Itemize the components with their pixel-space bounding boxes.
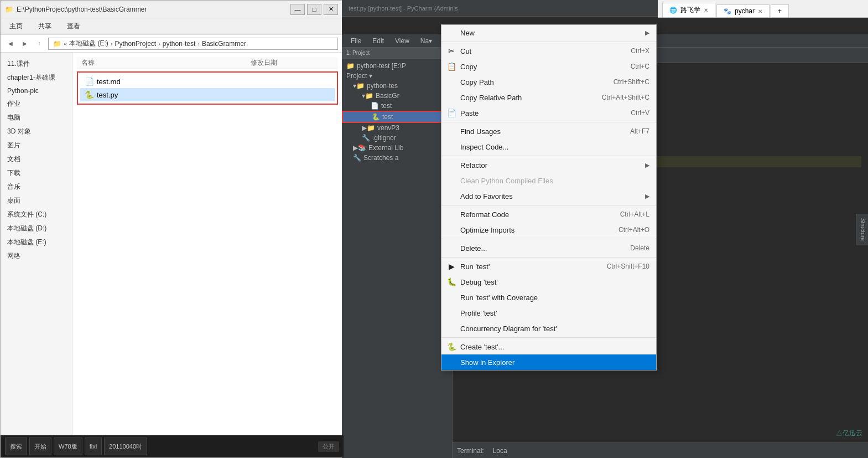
sidebar-item-12[interactable]: 本地磁盘 (D:) — [1, 222, 72, 235]
menu-nav[interactable]: Na▾ — [416, 36, 436, 46]
menu-item-find-usages[interactable]: Find UsagesAlt+F7 — [441, 123, 656, 139]
debug-test-icon: 🐛 — [446, 277, 457, 286]
menu-separator — [441, 156, 656, 156]
path-part-1: PythonProject — [115, 40, 156, 48]
create-test-icon: 🐍 — [446, 342, 457, 351]
browser-tab-add[interactable]: + — [771, 4, 789, 17]
tree-item-basicgr[interactable]: ▾📁 BasicGr — [342, 91, 452, 101]
menu-item-copy-relative-path[interactable]: Copy Relative PathCtrl+Alt+Shift+C — [441, 90, 656, 105]
browser-tabs-bar: 🌐 路飞学 ✕ 🐾 pychar ✕ + — [658, 0, 868, 18]
sidebar-item-6[interactable]: 图片 — [1, 138, 72, 152]
browser-tab-1[interactable]: 🐾 pychar ✕ — [716, 4, 770, 17]
menu-view[interactable]: View — [391, 36, 414, 46]
nav-back[interactable]: ◀ — [5, 38, 16, 49]
tree-item-scratches[interactable]: 🔧 Scratches a — [342, 153, 452, 163]
menu-file[interactable]: File — [346, 36, 366, 46]
menu-item-copy[interactable]: 📋CopyCtrl+C — [441, 59, 656, 74]
explorer-titlebar: 📁 E:\PythonProject\python-test\BasicGram… — [1, 1, 342, 18]
explorer-sidebar: 11.课件 chapter1-基础课 Python-pic 作业 电脑 3D 对… — [1, 53, 72, 444]
address-path[interactable]: 📁 « 本地磁盘 (E:) › PythonProject › python-t… — [48, 38, 338, 50]
tree-label-python-test: python-tes — [367, 82, 398, 90]
context-menu: New▶✂CutCtrl+X📋CopyCtrl+CCopy PathCtrl+S… — [441, 24, 657, 370]
menu-item-refactor[interactable]: Refactor▶ — [441, 157, 656, 173]
minimize-button[interactable]: — — [290, 4, 305, 15]
show-in-explorer-label: Show in Explorer — [460, 358, 649, 367]
menu-item-copy-path[interactable]: Copy PathCtrl+Shift+C — [441, 74, 656, 90]
tree-item-venvp3[interactable]: ▶📁 venvP3 — [342, 123, 452, 133]
tree-item-python-test[interactable]: ▾📁 python-tes — [342, 81, 452, 91]
close-button[interactable]: ✕ — [324, 4, 338, 15]
menu-item-concurrency[interactable]: Concurrency Diagram for 'test' — [441, 321, 656, 336]
menu-item-create-test[interactable]: 🐍Create 'test'... — [441, 339, 656, 354]
menu-item-cut[interactable]: ✂CutCtrl+X — [441, 43, 656, 59]
structure-tab[interactable]: Structure — [856, 214, 868, 245]
sidebar-item-4[interactable]: 电脑 — [1, 111, 72, 125]
file-name-0: test.md — [97, 78, 121, 86]
taskbar-item-0[interactable]: 搜索 — [5, 438, 27, 455]
ribbon-tab-view[interactable]: 查看 — [65, 20, 82, 32]
tree-label-basicgr: BasicGr — [376, 92, 399, 100]
menu-item-debug-test[interactable]: 🐛Debug 'test' — [441, 274, 656, 290]
nav-forward[interactable]: ▶ — [19, 38, 30, 49]
taskbar-label-2: W78版 — [59, 442, 77, 451]
menu-item-run-test[interactable]: ▶Run 'test'Ctrl+Shift+F10 — [441, 259, 656, 274]
menu-item-new[interactable]: New▶ — [441, 25, 656, 40]
sidebar-item-14[interactable]: 网络 — [1, 249, 72, 263]
menu-item-reformat-code[interactable]: Reformat CodeCtrl+Alt+L — [441, 207, 656, 222]
menu-item-inspect-code[interactable]: Inspect Code... — [441, 139, 656, 155]
browser-tab-0[interactable]: 🌐 路飞学 ✕ — [662, 3, 715, 17]
tab0-close[interactable]: ✕ — [704, 7, 708, 13]
sidebar-item-13[interactable]: 本地磁盘 (E:) — [1, 235, 72, 249]
ribbon-tab-share[interactable]: 共享 — [36, 20, 54, 32]
menu-item-add-favorites[interactable]: Add to Favorites▶ — [441, 188, 656, 204]
cut-label: Cut — [460, 47, 622, 55]
tree-item-python-test-root[interactable]: 📁 python-test [E:\P — [342, 61, 452, 71]
nav-up[interactable]: ↑ — [34, 38, 45, 49]
concurrency-label: Concurrency Diagram for 'test' — [460, 325, 649, 333]
project-header: 1: Project — [342, 48, 452, 59]
taskbar-item-2[interactable]: W78版 — [54, 438, 82, 455]
sidebar-item-1[interactable]: chapter1-基础课 — [1, 71, 72, 85]
path-part-2: python-test — [163, 40, 195, 48]
file-item-1[interactable]: 🐍 test.py — [80, 88, 335, 101]
sidebar-item-7[interactable]: 文档 — [1, 152, 72, 166]
reformat-code-label: Reformat Code — [460, 210, 611, 219]
sidebar-item-5[interactable]: 3D 对象 — [1, 125, 72, 138]
tree-item-external-lib[interactable]: ▶📚 External Lib — [342, 143, 452, 153]
tree-item-test-md[interactable]: 📄 test — [342, 101, 452, 111]
tab0-icon: 🌐 — [669, 7, 677, 14]
sidebar-item-8[interactable]: 下载 — [1, 166, 72, 180]
add-favorites-label: Add to Favorites — [460, 192, 641, 200]
file-name-1: test.py — [97, 91, 118, 99]
taskbar-item-1[interactable]: 开始 — [29, 438, 51, 455]
sidebar-item-3[interactable]: 作业 — [1, 97, 72, 111]
menu-item-run-coverage[interactable]: Run 'test' with Coverage — [441, 290, 656, 305]
tree-label-test-md: test — [381, 102, 392, 110]
project-tree: 📁 python-test [E:\P Project ▾ ▾📁 python-… — [342, 59, 452, 458]
menu-item-paste[interactable]: 📄PasteCtrl+V — [441, 105, 656, 121]
sidebar-item-9[interactable]: 音乐 — [1, 180, 72, 194]
ribbon-tab-home[interactable]: 主页 — [7, 20, 25, 32]
menu-item-delete[interactable]: Delete...Delete — [441, 240, 656, 256]
tree-item-project-header[interactable]: Project ▾ — [342, 71, 452, 81]
maximize-button[interactable]: □ — [307, 4, 321, 15]
menu-separator — [441, 205, 656, 205]
sidebar-item-10[interactable]: 桌面 — [1, 194, 72, 208]
tab1-close[interactable]: ✕ — [758, 8, 762, 14]
tree-item-test-py[interactable]: 🐍 test — [342, 111, 452, 123]
menu-edit[interactable]: Edit — [368, 36, 388, 46]
taskbar-item-4[interactable]: 20110040时 — [104, 438, 147, 455]
file-selection-box: 📄 test.md 🐍 test.py — [77, 71, 338, 105]
sidebar-item-2[interactable]: Python-pic — [1, 85, 72, 97]
taskbar-label-3: fixi — [90, 443, 97, 450]
menu-item-profile-test[interactable]: Profile 'test' — [441, 305, 656, 321]
tree-item-gitignore[interactable]: 🔧 .gitignor — [342, 133, 452, 143]
menu-item-show-in-explorer[interactable]: Show in Explorer — [441, 354, 656, 370]
menu-item-optimize-imports[interactable]: Optimize ImportsCtrl+Alt+O — [441, 222, 656, 238]
delete-label: Delete... — [460, 244, 621, 253]
sidebar-item-11[interactable]: 系统文件 (C:) — [1, 208, 72, 222]
path-part-0: 本地磁盘 (E:) — [69, 39, 108, 48]
file-item-0[interactable]: 📄 test.md — [80, 75, 335, 88]
sidebar-item-0[interactable]: 11.课件 — [1, 57, 72, 71]
taskbar-item-3[interactable]: fixi — [85, 438, 102, 455]
